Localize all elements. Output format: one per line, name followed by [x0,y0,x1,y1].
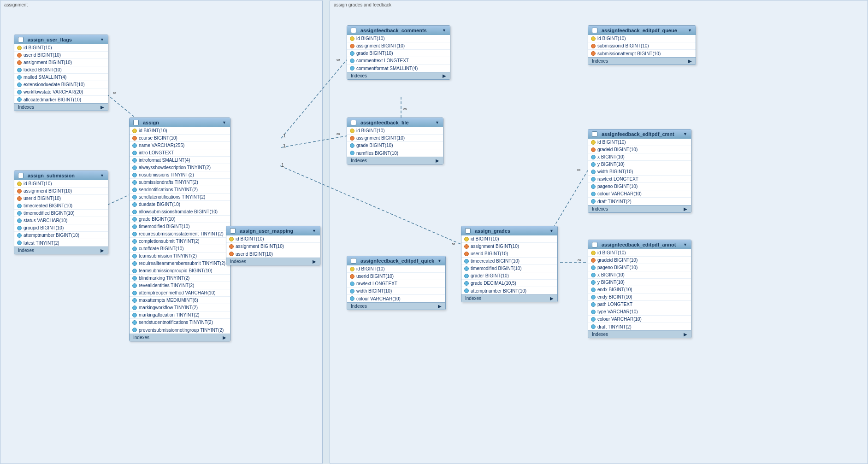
table-row: name VARCHAR(255) [130,142,230,149]
table-row: assignment BIGINT(10) [14,59,108,66]
table-row: grader BIGINT(10) [461,272,557,280]
table-header-assign-user-mapping[interactable]: assign_user_mapping ▼ [226,226,320,235]
table-row: colour VARCHAR(10) [588,316,691,323]
table-row: markingworkflow TINYINT(2) [130,304,230,311]
table-row: allowsubmissionsfromdate BIGINT(10) [130,208,230,216]
table-title: assignfeedback_editpdf_cmnt [602,131,674,137]
table-footer[interactable]: Indexes ▶ [14,247,108,254]
table-row: preventsubmissionnotingroup TINYINT(2) [130,326,230,334]
idx-icon [17,218,22,223]
table-row: teamsubmission TINYINT(2) [130,253,230,260]
table-footer[interactable]: Indexes ▶ [588,330,691,338]
table-assignfeedback-editpdf-cmnt[interactable]: assignfeedback_editpdf_cmnt ▼ id BIGINT(… [588,129,691,213]
chevron-right-icon: ▶ [684,332,687,337]
footer-label: Indexes [18,248,34,253]
table-row: userid BIGINT(10) [347,273,445,280]
chevron-right-icon: ▶ [100,248,104,253]
table-assignfeedback-comments[interactable]: assignfeedback_comments ▼ id BIGINT(10) … [347,25,450,80]
table-footer[interactable]: Indexes ▶ [226,258,320,265]
table-footer[interactable]: Indexes ▶ [461,294,557,302]
idx-icon [464,288,469,293]
footer-label: Indexes [230,259,246,264]
idx-icon [350,143,354,148]
idx-icon [17,233,22,238]
table-footer[interactable]: Indexes ▶ [588,205,691,212]
idx-icon [132,254,137,258]
table-row: assignment BIGINT(10) [461,243,557,250]
table-assignfeedback-file[interactable]: assignfeedback_file ▼ id BIGINT(10) assi… [347,117,443,164]
table-header-assignfeedback-editpdf-cmnt[interactable]: assignfeedback_editpdf_cmnt ▼ [588,129,691,139]
table-header-assign-grades[interactable]: assign_grades ▼ [461,226,557,235]
idx-icon [350,66,354,70]
table-assign-submission[interactable]: assign_submission ▼ id BIGINT(10) assign… [14,170,108,254]
table-row: intro LONGTEXT [130,149,230,157]
table-body: id BIGINT(10) assignment BIGINT(10) user… [14,180,108,247]
idx-icon [17,75,22,80]
table-assignfeedback-editpdf-annot[interactable]: assignfeedback_editpdf_annot ▼ id BIGINT… [588,240,691,338]
table-header-assign-user-flags[interactable]: assign_user_flags ▼ [14,35,108,44]
table-row: attemptnumber BIGINT(10) [14,232,108,239]
table-header-assignfeedback-comments[interactable]: assignfeedback_comments ▼ [347,26,450,35]
table-body: id BIGINT(10) userid BIGINT(10) rawtext … [347,265,445,302]
table-row: introformat SMALLINT(4) [130,157,230,164]
table-body: id BIGINT(10) gradeid BIGINT(10) pageno … [588,249,691,330]
idx-icon [132,151,137,155]
table-title: assignfeedback_comments [360,28,427,33]
table-row: timemodified BIGINT(10) [14,210,108,217]
key-icon [350,129,354,133]
table-row: rawtext LONGTEXT [588,176,691,183]
idx-icon [132,158,137,163]
table-title: assignfeedback_editpdf_queue [602,28,677,33]
table-assignfeedback-editpdf-quick[interactable]: assignfeedback_editpdf_quick ▼ id BIGINT… [347,256,446,310]
idx-icon [591,302,596,307]
table-row: id BIGINT(10) [347,265,445,273]
table-row: pageno BIGINT(10) [588,264,691,271]
table-footer[interactable]: Indexes ▶ [14,103,108,111]
table-assign-user-mapping[interactable]: assign_user_mapping ▼ id BIGINT(10) assi… [226,226,320,265]
fk-icon [229,252,234,256]
table-footer[interactable]: Indexes ▶ [347,302,445,310]
table-footer[interactable]: Indexes ▶ [347,157,443,164]
idx-icon [350,151,354,155]
table-row: attemptnumber BIGINT(10) [461,287,557,294]
footer-label: Indexes [18,105,34,110]
idx-icon [17,90,22,94]
table-row: nosubmissions TINYINT(2) [130,171,230,179]
table-body: id BIGINT(10) assignment BIGINT(10) user… [461,235,557,294]
key-icon [591,251,596,255]
table-assign-user-flags[interactable]: assign_user_flags ▼ id BIGINT(10) userid… [14,35,108,111]
table-header-assignfeedback-file[interactable]: assignfeedback_file ▼ [347,118,443,127]
fk-icon [17,60,22,65]
table-assign-grades[interactable]: assign_grades ▼ id BIGINT(10) assignment… [461,226,558,302]
table-title: assign_user_flags [28,37,72,42]
table-footer[interactable]: Indexes ▶ [588,57,696,65]
footer-label: Indexes [351,73,367,78]
idx-icon [350,51,354,56]
table-body: id BIGINT(10) assignment BIGINT(10) grad… [347,35,450,72]
table-icon [351,28,356,33]
table-header-assignfeedback-editpdf-annot[interactable]: assignfeedback_editpdf_annot ▼ [588,240,691,249]
table-row: userid BIGINT(10) [461,250,557,258]
table-row: endy BIGINT(10) [588,294,691,301]
table-header-assignfeedback-editpdf-queue[interactable]: assignfeedback_editpdf_queue ▼ [588,26,696,35]
table-row: id BIGINT(10) [226,235,320,243]
table-assignfeedback-editpdf-queue[interactable]: assignfeedback_editpdf_queue ▼ id BIGINT… [588,25,696,65]
table-assign[interactable]: assign ▼ id BIGINT(10) course BIGINT(10)… [129,117,230,341]
table-icon [18,37,24,42]
fk-icon [591,44,596,48]
idx-icon [591,265,596,270]
idx-icon [591,295,596,300]
table-row: userid BIGINT(10) [14,195,108,202]
idx-icon [132,210,137,214]
table-header-assign[interactable]: assign ▼ [130,118,230,127]
table-footer[interactable]: Indexes ▶ [347,72,450,79]
table-row: duedate BIGINT(10) [130,201,230,208]
table-footer[interactable]: Indexes ▶ [130,334,230,341]
table-header-assign-submission[interactable]: assign_submission ▼ [14,171,108,180]
table-header-assignfeedback-editpdf-quick[interactable]: assignfeedback_editpdf_quick ▼ [347,256,445,265]
idx-icon [591,177,596,182]
table-row: alwaysshowdescription TINYINT(2) [130,164,230,171]
fk-icon [17,196,22,201]
table-row: y BIGINT(10) [588,161,691,168]
key-icon [17,182,22,186]
